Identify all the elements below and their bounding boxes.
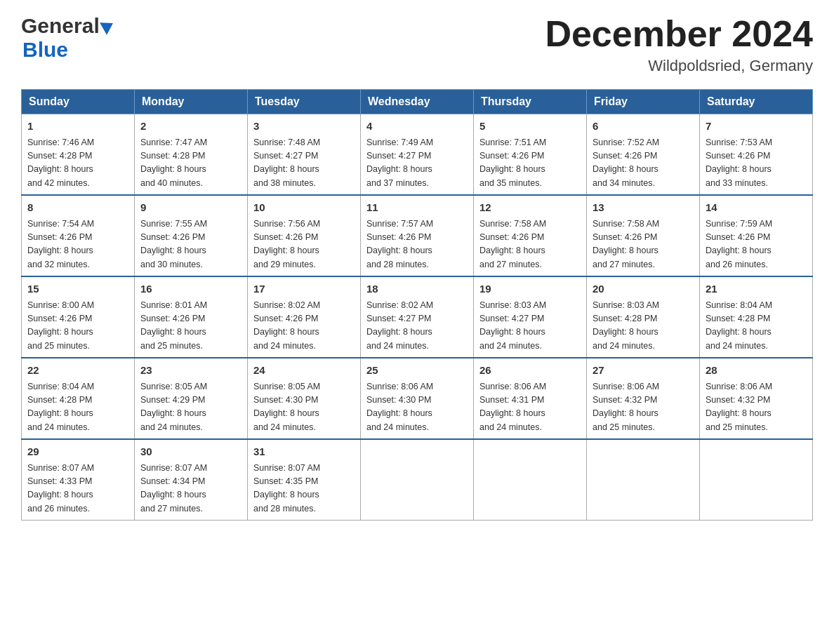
day-number: 30	[140, 444, 241, 460]
calendar-day-cell: 28Sunrise: 8:06 AMSunset: 4:32 PMDayligh…	[700, 358, 813, 439]
calendar-week-row: 15Sunrise: 8:00 AMSunset: 4:26 PMDayligh…	[22, 276, 813, 358]
col-header-saturday: Saturday	[700, 90, 813, 114]
col-header-friday: Friday	[587, 90, 700, 114]
calendar-week-row: 22Sunrise: 8:04 AMSunset: 4:28 PMDayligh…	[22, 358, 813, 439]
day-number: 16	[140, 281, 241, 297]
calendar-day-cell: 20Sunrise: 8:03 AMSunset: 4:28 PMDayligh…	[587, 276, 700, 358]
calendar-day-cell: 23Sunrise: 8:05 AMSunset: 4:29 PMDayligh…	[135, 358, 248, 439]
day-number: 4	[366, 119, 468, 135]
day-number: 11	[366, 200, 468, 216]
day-info: Sunrise: 7:59 AMSunset: 4:26 PMDaylight:…	[706, 217, 807, 272]
day-info: Sunrise: 8:01 AMSunset: 4:26 PMDaylight:…	[140, 299, 241, 354]
calendar-day-cell: 29Sunrise: 8:07 AMSunset: 4:33 PMDayligh…	[22, 439, 135, 521]
logo: General Blue	[21, 14, 114, 62]
day-info: Sunrise: 8:05 AMSunset: 4:30 PMDaylight:…	[253, 380, 355, 435]
day-info: Sunrise: 8:07 AMSunset: 4:33 PMDaylight:…	[27, 462, 128, 516]
logo-triangle-icon	[100, 17, 117, 34]
calendar-day-cell: 24Sunrise: 8:05 AMSunset: 4:30 PMDayligh…	[248, 358, 361, 439]
day-info: Sunrise: 8:07 AMSunset: 4:35 PMDaylight:…	[253, 462, 355, 516]
day-info: Sunrise: 8:00 AMSunset: 4:26 PMDaylight:…	[27, 299, 128, 354]
calendar-day-cell	[700, 439, 813, 521]
day-number: 26	[479, 363, 581, 379]
calendar-day-cell: 18Sunrise: 8:02 AMSunset: 4:27 PMDayligh…	[361, 276, 474, 358]
calendar-day-cell: 25Sunrise: 8:06 AMSunset: 4:30 PMDayligh…	[361, 358, 474, 439]
day-info: Sunrise: 7:51 AMSunset: 4:26 PMDaylight:…	[479, 136, 581, 191]
col-header-thursday: Thursday	[474, 90, 587, 114]
day-number: 1	[27, 119, 128, 135]
logo-general-text: General	[21, 14, 100, 38]
calendar-day-cell: 15Sunrise: 8:00 AMSunset: 4:26 PMDayligh…	[22, 276, 135, 358]
calendar-day-cell: 16Sunrise: 8:01 AMSunset: 4:26 PMDayligh…	[135, 276, 248, 358]
calendar-day-cell: 3Sunrise: 7:48 AMSunset: 4:27 PMDaylight…	[248, 114, 361, 196]
day-info: Sunrise: 7:49 AMSunset: 4:27 PMDaylight:…	[366, 136, 468, 191]
month-title: December 2024	[545, 14, 813, 54]
calendar-day-cell: 13Sunrise: 7:58 AMSunset: 4:26 PMDayligh…	[587, 195, 700, 276]
page-header: General Blue December 2024 Wildpoldsried…	[21, 14, 813, 75]
col-header-monday: Monday	[135, 90, 248, 114]
day-number: 27	[593, 363, 694, 379]
day-number: 29	[27, 444, 128, 460]
day-number: 24	[253, 363, 355, 379]
calendar-header-row: SundayMondayTuesdayWednesdayThursdayFrid…	[22, 90, 813, 114]
day-info: Sunrise: 7:56 AMSunset: 4:26 PMDaylight:…	[253, 217, 355, 272]
calendar-day-cell: 30Sunrise: 8:07 AMSunset: 4:34 PMDayligh…	[135, 439, 248, 521]
day-number: 15	[27, 281, 128, 297]
day-number: 10	[253, 200, 355, 216]
calendar-day-cell: 5Sunrise: 7:51 AMSunset: 4:26 PMDaylight…	[474, 114, 587, 196]
title-area: December 2024 Wildpoldsried, Germany	[545, 14, 813, 75]
day-number: 31	[253, 444, 355, 460]
day-info: Sunrise: 8:03 AMSunset: 4:27 PMDaylight:…	[479, 299, 581, 354]
day-number: 20	[593, 281, 694, 297]
calendar-day-cell: 10Sunrise: 7:56 AMSunset: 4:26 PMDayligh…	[248, 195, 361, 276]
day-number: 5	[479, 119, 581, 135]
calendar-week-row: 29Sunrise: 8:07 AMSunset: 4:33 PMDayligh…	[22, 439, 813, 521]
day-number: 12	[479, 200, 581, 216]
day-number: 6	[593, 119, 694, 135]
day-number: 25	[366, 363, 468, 379]
day-info: Sunrise: 8:02 AMSunset: 4:26 PMDaylight:…	[253, 299, 355, 354]
calendar-day-cell: 27Sunrise: 8:06 AMSunset: 4:32 PMDayligh…	[587, 358, 700, 439]
calendar-table: SundayMondayTuesdayWednesdayThursdayFrid…	[21, 89, 813, 521]
calendar-day-cell: 4Sunrise: 7:49 AMSunset: 4:27 PMDaylight…	[361, 114, 474, 196]
day-number: 3	[253, 119, 355, 135]
day-info: Sunrise: 8:04 AMSunset: 4:28 PMDaylight:…	[706, 299, 807, 354]
day-number: 23	[140, 363, 241, 379]
day-info: Sunrise: 8:03 AMSunset: 4:28 PMDaylight:…	[593, 299, 694, 354]
calendar-week-row: 1Sunrise: 7:46 AMSunset: 4:28 PMDaylight…	[22, 114, 813, 196]
calendar-day-cell: 31Sunrise: 8:07 AMSunset: 4:35 PMDayligh…	[248, 439, 361, 521]
col-header-sunday: Sunday	[22, 90, 135, 114]
calendar-day-cell: 21Sunrise: 8:04 AMSunset: 4:28 PMDayligh…	[700, 276, 813, 358]
calendar-day-cell: 17Sunrise: 8:02 AMSunset: 4:26 PMDayligh…	[248, 276, 361, 358]
day-info: Sunrise: 8:07 AMSunset: 4:34 PMDaylight:…	[140, 462, 241, 516]
logo-blue-text: Blue	[22, 38, 114, 62]
day-info: Sunrise: 8:06 AMSunset: 4:30 PMDaylight:…	[366, 380, 468, 435]
calendar-day-cell: 12Sunrise: 7:58 AMSunset: 4:26 PMDayligh…	[474, 195, 587, 276]
day-info: Sunrise: 8:06 AMSunset: 4:32 PMDaylight:…	[706, 380, 807, 435]
day-info: Sunrise: 7:47 AMSunset: 4:28 PMDaylight:…	[140, 136, 241, 191]
day-number: 17	[253, 281, 355, 297]
day-info: Sunrise: 7:53 AMSunset: 4:26 PMDaylight:…	[706, 136, 807, 191]
day-number: 14	[706, 200, 807, 216]
day-number: 19	[479, 281, 581, 297]
day-number: 18	[366, 281, 468, 297]
day-info: Sunrise: 7:55 AMSunset: 4:26 PMDaylight:…	[140, 217, 241, 272]
day-number: 13	[593, 200, 694, 216]
day-number: 9	[140, 200, 241, 216]
calendar-day-cell: 19Sunrise: 8:03 AMSunset: 4:27 PMDayligh…	[474, 276, 587, 358]
day-number: 22	[27, 363, 128, 379]
day-number: 2	[140, 119, 241, 135]
calendar-day-cell: 9Sunrise: 7:55 AMSunset: 4:26 PMDaylight…	[135, 195, 248, 276]
col-header-wednesday: Wednesday	[361, 90, 474, 114]
day-number: 8	[27, 200, 128, 216]
day-info: Sunrise: 7:52 AMSunset: 4:26 PMDaylight:…	[593, 136, 694, 191]
calendar-week-row: 8Sunrise: 7:54 AMSunset: 4:26 PMDaylight…	[22, 195, 813, 276]
calendar-day-cell: 26Sunrise: 8:06 AMSunset: 4:31 PMDayligh…	[474, 358, 587, 439]
day-info: Sunrise: 7:58 AMSunset: 4:26 PMDaylight:…	[593, 217, 694, 272]
calendar-day-cell: 8Sunrise: 7:54 AMSunset: 4:26 PMDaylight…	[22, 195, 135, 276]
day-info: Sunrise: 7:58 AMSunset: 4:26 PMDaylight:…	[479, 217, 581, 272]
day-info: Sunrise: 8:06 AMSunset: 4:32 PMDaylight:…	[593, 380, 694, 435]
day-number: 7	[706, 119, 807, 135]
calendar-day-cell: 11Sunrise: 7:57 AMSunset: 4:26 PMDayligh…	[361, 195, 474, 276]
day-info: Sunrise: 8:02 AMSunset: 4:27 PMDaylight:…	[366, 299, 468, 354]
calendar-day-cell: 6Sunrise: 7:52 AMSunset: 4:26 PMDaylight…	[587, 114, 700, 196]
